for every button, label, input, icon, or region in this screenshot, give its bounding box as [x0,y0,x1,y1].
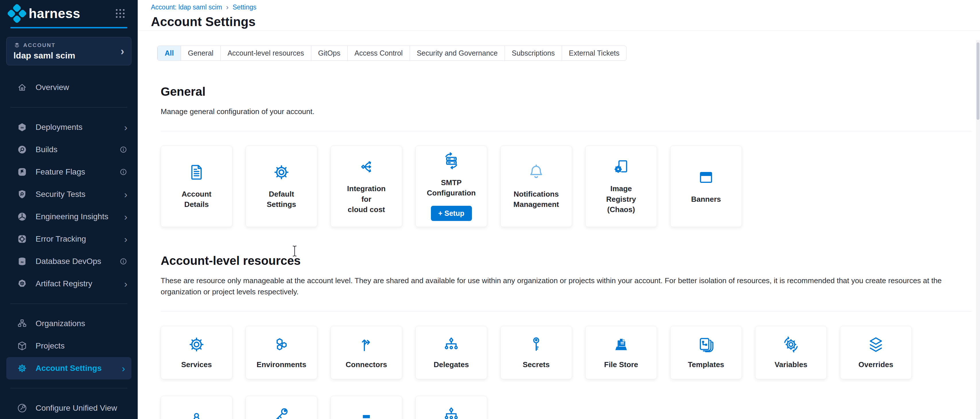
card-environments[interactable]: Environments [246,326,317,379]
sidebar-item-security-tests[interactable]: Security Tests › [0,183,138,205]
account-settings-nav-icon [16,363,28,373]
harness-logo-icon [7,3,27,24]
sidebar-item-account-settings[interactable]: Account Settings › [6,357,131,379]
general-cards-row: Account Details Default Settings Integra… [161,146,971,227]
builds-icon [16,144,28,155]
chevron-right-icon: › [124,279,127,289]
card-ddop[interactable]: DDOP [415,396,487,419]
card-feature[interactable]: Feature [246,396,317,419]
chevron-right-icon: › [124,212,127,222]
sidebar-item-feature-flags[interactable]: Feature Flags [0,161,138,183]
card-account-details[interactable]: Account Details [161,146,232,227]
templates-icon [697,335,715,354]
sidebar-divider [10,303,127,304]
card-default-settings[interactable]: Default Settings [246,146,317,227]
tab-access-control[interactable]: Access Control [347,46,410,60]
scrollbar-thumb[interactable] [977,43,979,120]
card-integration-for-cloud-cost[interactable]: Integration for cloud cost [331,146,402,227]
info-icon [119,168,127,176]
breadcrumb: Account: ldap saml scim › Settings [151,3,980,12]
breadcrumb-settings-link[interactable]: Settings [233,3,256,11]
sidebar-item-builds[interactable]: Builds [0,138,138,161]
card-file-store[interactable]: File Store [585,326,657,379]
smtp-icon [442,152,460,170]
sidebar-item-error-tracking[interactable]: Error Tracking › [0,228,138,250]
sidebar-item-deployments[interactable]: ∞ Deployments › [0,116,138,138]
card-connectors[interactable]: Connectors [331,326,402,379]
account-details-icon [187,163,206,181]
file-store-icon [612,335,630,354]
organizations-icon [16,318,28,329]
configure-icon [16,403,28,413]
services-icon [187,335,206,354]
card-webhooks[interactable] [161,396,232,419]
card-templates[interactable]: Templates [670,326,742,379]
deployments-icon: ∞ [16,122,28,132]
card-variables[interactable]: Variables [755,326,827,379]
card-delegates[interactable]: Delegates [415,326,487,379]
error-tracking-icon [16,234,28,244]
sidebar-item-engineering-insights[interactable]: Engineering Insights › [0,205,138,228]
chevron-right-icon: › [124,122,127,132]
card-overrides[interactable]: Overrides [840,326,912,379]
setup-button[interactable]: + Setup [431,206,472,221]
delegates-icon [442,405,460,419]
tab-subscriptions[interactable]: Subscriptions [504,46,562,60]
notifications-icon [527,163,546,181]
card-secrets[interactable]: Secrets [500,326,572,379]
sidebar-item-database-devops[interactable]: ∞ Database DevOps [0,250,138,273]
card-banners[interactable]: Banners [670,146,742,227]
info-icon [119,257,127,265]
tab-security-and-governance[interactable]: Security and Governance [410,46,504,60]
security-tests-icon [16,189,28,200]
settings-tabs: All General Account-level resources GitO… [157,46,627,61]
key-diagonal-icon [272,405,291,419]
svg-text:∞: ∞ [21,125,24,130]
webhooks-icon [187,410,206,419]
sidebar-item-organizations[interactable]: Organizations [0,313,138,335]
vertical-scrollbar[interactable] [976,40,980,419]
resources-cards-row: Services Environments Connectors Delegat… [161,326,971,379]
section-divider [161,131,971,131]
sidebar-item-artifact-registry[interactable]: Artifact Registry › [0,273,138,295]
tab-all[interactable]: All [158,46,181,60]
card-services[interactable]: Services [161,326,232,379]
environments-icon [272,335,291,354]
page-title: Account Settings [151,14,980,29]
sidebar-item-configure-unified-view[interactable]: Configure Unified View [0,397,138,419]
projects-icon [16,341,28,351]
section-account-level-resources: Account-level resources These are resour… [161,254,971,419]
cloud-cost-icon [357,158,375,176]
resources-more-cards-row: Feature DDOP [161,396,971,419]
sidebar-item-projects[interactable]: Projects [0,335,138,357]
card-image-registry-chaos[interactable]: Image Registry (Chaos) [585,146,657,227]
card-notifications-management[interactable]: Notifications Management [500,146,572,227]
tab-gitops[interactable]: GitOps [311,46,347,60]
sidebar-item-overview[interactable]: Overview [0,76,138,98]
tab-account-level-resources[interactable]: Account-level resources [220,46,311,60]
chevron-right-icon: › [121,46,124,57]
secrets-icon [527,335,546,354]
info-icon [119,146,127,154]
general-heading: General [161,85,971,98]
delegates-icon [442,335,460,354]
svg-text:∞: ∞ [21,260,24,264]
breadcrumb-account-link[interactable]: Account: ldap saml scim [151,3,222,11]
engineering-insights-icon [16,211,28,222]
home-icon [16,82,28,92]
account-scope-card[interactable]: ACCOUNT ldap saml scim › [6,37,131,65]
card-equals[interactable] [331,396,402,419]
page-header: Account: ldap saml scim › Settings Accou… [138,0,980,31]
tab-general[interactable]: General [181,46,220,60]
chevron-right-icon: › [124,234,127,244]
app-grid-icon[interactable] [114,8,126,19]
harness-logo[interactable]: harness [10,6,80,21]
sidebar-header: harness [0,0,138,26]
text-cursor-icon [291,245,298,258]
connectors-icon [357,335,375,354]
tab-external-tickets[interactable]: External Tickets [562,46,626,60]
sidebar-accent-rule [10,27,127,29]
breadcrumb-separator-icon: › [226,3,229,12]
card-smtp-configuration[interactable]: SMTP Configuration + Setup [415,146,487,227]
chevron-right-icon: › [124,189,127,199]
